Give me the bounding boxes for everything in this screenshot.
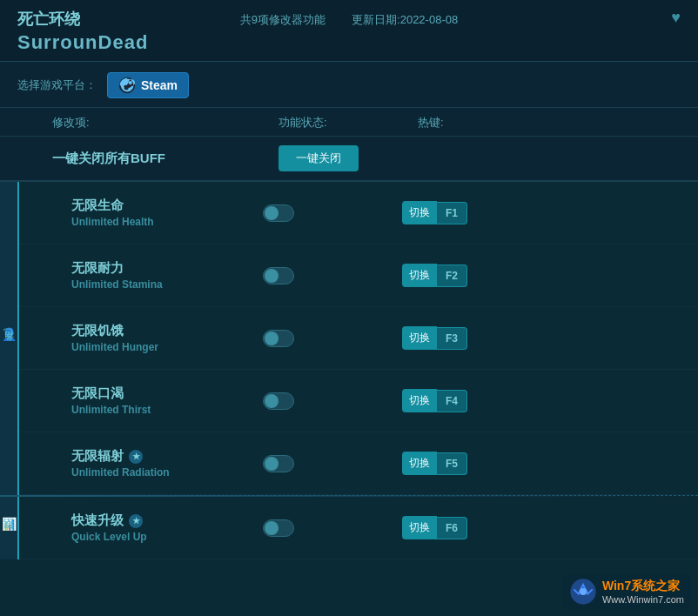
character-icon: 👤 <box>2 327 17 341</box>
hotkey-key: F6 <box>437 517 467 539</box>
hotkey-toggle-label: 切换 <box>402 264 437 287</box>
data-tab[interactable]: 📊 数据 <box>0 497 19 559</box>
col-hotkey-header: 热键: <box>418 115 681 131</box>
hotkey-button[interactable]: 切换 F3 <box>402 326 467 350</box>
hotkey-key: F1 <box>437 202 467 224</box>
steam-button[interactable]: Steam <box>107 72 189 98</box>
svg-point-1 <box>129 81 132 84</box>
svg-point-3 <box>580 588 587 595</box>
game-title-en: SurrounDead <box>17 31 148 54</box>
game-title-cn: 死亡环绕 <box>17 9 148 30</box>
table-row: 快速升级 ★ Quick Level Up 切换 F6 <box>19 497 698 559</box>
watermark-line1: Win7系统之家 <box>602 579 684 594</box>
favorite-button[interactable]: ♥ <box>671 9 681 27</box>
watermark-text: Win7系统之家 Www.Winwin7.com <box>602 579 684 605</box>
mod-count: 共9项修改器功能 <box>240 12 326 28</box>
toggle-unlimited-hunger[interactable] <box>263 330 294 347</box>
hotkey-area: 切换 F6 <box>402 516 681 539</box>
heart-icon: ♥ <box>671 9 681 26</box>
mod-name-cn: 无限口渴 <box>71 385 263 402</box>
hotkey-toggle-label: 切换 <box>402 326 437 350</box>
star-badge: ★ <box>129 450 143 464</box>
steam-icon <box>118 77 136 94</box>
toggle-area <box>263 455 402 472</box>
col-status-header: 功能状态: <box>279 115 418 131</box>
toggle-knob <box>265 331 279 345</box>
table-row: 无限饥饿 Unlimited Hunger 切换 F3 <box>19 307 698 370</box>
toggle-area <box>263 330 402 347</box>
hotkey-button[interactable]: 切换 F1 <box>402 201 467 224</box>
data-icon: 📊 <box>2 517 17 531</box>
hotkey-button[interactable]: 切换 F6 <box>402 516 467 539</box>
toggle-knob <box>265 206 279 220</box>
toggle-knob <box>265 457 279 471</box>
header: 死亡环绕 SurrounDead 共9项修改器功能 更新日期:2022-08-0… <box>0 0 698 62</box>
watermark-line2: Www.Winwin7.com <box>602 594 684 605</box>
hotkey-key: F3 <box>437 327 467 350</box>
mod-info: 快速升级 ★ Quick Level Up <box>71 512 263 543</box>
app-wrapper: 死亡环绕 SurrounDead 共9项修改器功能 更新日期:2022-08-0… <box>0 0 698 616</box>
toggle-area <box>263 392 402 410</box>
mod-name-en: Quick Level Up <box>71 531 263 543</box>
character-section: 👤 角色 无限生命 Unlimited Health <box>0 182 698 495</box>
col-mod-header: 修改项: <box>52 115 279 131</box>
table-row: 无限耐力 Unlimited Stamina 切换 F2 <box>19 244 698 307</box>
mods-scroll[interactable]: 👤 角色 无限生命 Unlimited Health <box>0 182 698 616</box>
content-body: 👤 角色 无限生命 Unlimited Health <box>0 182 698 616</box>
onekey-status: 一键关闭 <box>279 145 418 171</box>
mod-name-en: Unlimited Health <box>71 216 263 228</box>
hotkey-toggle-label: 切换 <box>402 389 437 412</box>
table-row: 无限口渴 Unlimited Thirst 切换 F4 <box>19 370 698 432</box>
mod-name-cn: 快速升级 ★ <box>71 512 263 529</box>
hotkey-toggle-label: 切换 <box>402 516 437 539</box>
hotkey-button[interactable]: 切换 F5 <box>402 452 467 475</box>
hotkey-toggle-label: 切换 <box>402 452 437 475</box>
toggle-unlimited-radiation[interactable] <box>263 455 294 472</box>
mod-info: 无限耐力 Unlimited Stamina <box>71 260 263 291</box>
mod-info: 无限辐射 ★ Unlimited Radiation <box>71 448 263 479</box>
table-row: 无限生命 Unlimited Health 切换 F1 <box>19 182 698 244</box>
platform-label: 选择游戏平台： <box>17 77 97 93</box>
header-meta: 共9项修改器功能 更新日期:2022-08-08 <box>240 12 458 28</box>
watermark-logo <box>569 578 597 606</box>
hotkey-button[interactable]: 切换 F2 <box>402 264 467 287</box>
data-label: 数据 <box>2 534 17 539</box>
hotkey-key: F4 <box>437 390 467 412</box>
mod-name-cn: 无限饥饿 <box>71 323 263 339</box>
onekey-row: 一键关闭所有BUFF 一键关闭 <box>0 137 698 182</box>
hotkey-button[interactable]: 切换 F4 <box>402 389 467 412</box>
mod-name-en: Unlimited Thirst <box>71 404 263 416</box>
mod-name-cn: 无限生命 <box>71 198 263 214</box>
hotkey-key: F5 <box>437 452 467 475</box>
mod-info: 无限饥饿 Unlimited Hunger <box>71 323 263 353</box>
mod-name-en: Unlimited Stamina <box>71 278 263 291</box>
hotkey-key: F2 <box>437 264 467 287</box>
hotkey-toggle-label: 切换 <box>402 201 437 224</box>
toggle-area <box>263 204 402 222</box>
character-label: 角色 <box>2 345 17 350</box>
toggle-unlimited-stamina[interactable] <box>263 267 294 285</box>
toggle-knob <box>265 394 279 408</box>
toggle-knob <box>265 521 279 535</box>
hotkey-area: 切换 F5 <box>402 452 681 475</box>
hotkey-area: 切换 F1 <box>402 201 681 224</box>
hotkey-area: 切换 F4 <box>402 389 681 412</box>
hotkey-area: 切换 F2 <box>402 264 681 287</box>
onekey-label: 一键关闭所有BUFF <box>52 151 279 167</box>
onekey-button[interactable]: 一键关闭 <box>279 145 359 171</box>
table-row: 无限辐射 ★ Unlimited Radiation 切换 F5 <box>19 432 698 495</box>
character-tab[interactable]: 👤 角色 <box>0 182 19 495</box>
hotkey-area: 切换 F3 <box>402 326 681 350</box>
mod-name-cn: 无限耐力 <box>71 260 263 277</box>
steam-label: Steam <box>141 78 178 92</box>
mod-name-en: Unlimited Hunger <box>71 341 263 353</box>
mod-info: 无限生命 Unlimited Health <box>71 198 263 228</box>
toggle-area <box>263 267 402 285</box>
data-section: 📊 数据 快速升级 ★ Quick Level Up <box>0 497 698 559</box>
toggle-quick-level-up[interactable] <box>263 519 294 537</box>
mod-name-en: Unlimited Radiation <box>71 466 263 479</box>
toggle-unlimited-health[interactable] <box>263 204 294 222</box>
toggle-unlimited-thirst[interactable] <box>263 392 294 410</box>
mod-name-cn: 无限辐射 ★ <box>71 448 263 465</box>
mod-info: 无限口渴 Unlimited Thirst <box>71 385 263 416</box>
